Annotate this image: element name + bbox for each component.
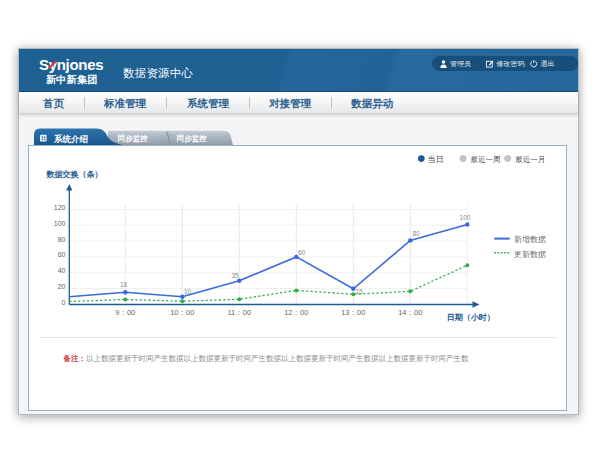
svg-text:100: 100: [54, 220, 66, 227]
svg-text:40: 40: [58, 267, 66, 274]
svg-text:9：00: 9：00: [115, 308, 135, 317]
svg-text:更新数据: 更新数据: [514, 250, 546, 259]
svg-text:20: 20: [58, 283, 66, 290]
svg-text:14：00: 14：00: [398, 308, 422, 317]
svg-text:60: 60: [298, 249, 306, 256]
svg-text:新增数据: 新增数据: [514, 235, 546, 244]
svg-text:13：00: 13：00: [341, 308, 365, 317]
svg-text:同步监控: 同步监控: [118, 134, 149, 143]
svg-text:11：00: 11：00: [227, 308, 251, 317]
svg-text:当日: 当日: [428, 155, 444, 164]
svg-text:日期（小时）: 日期（小时）: [447, 313, 495, 322]
svg-text:系统介绍: 系统介绍: [53, 134, 89, 144]
svg-text:120: 120: [54, 204, 66, 211]
svg-text:60: 60: [58, 251, 66, 258]
svg-text:最近一周: 最近一周: [471, 155, 501, 164]
svg-text:80: 80: [58, 236, 66, 243]
svg-text:15: 15: [356, 288, 364, 295]
svg-text:同步监控: 同步监控: [177, 134, 208, 143]
svg-text:18: 18: [120, 281, 128, 288]
svg-text:100: 100: [460, 214, 471, 221]
svg-text:最近一月: 最近一月: [515, 155, 545, 164]
svg-text:80: 80: [413, 230, 421, 237]
svg-text:12：00: 12：00: [284, 308, 308, 317]
svg-text:10：00: 10：00: [170, 308, 194, 317]
svg-text:数据交换（条）: 数据交换（条）: [46, 170, 103, 179]
svg-text:35: 35: [231, 272, 239, 279]
svg-text:10: 10: [184, 288, 192, 295]
svg-text:0: 0: [62, 299, 66, 306]
